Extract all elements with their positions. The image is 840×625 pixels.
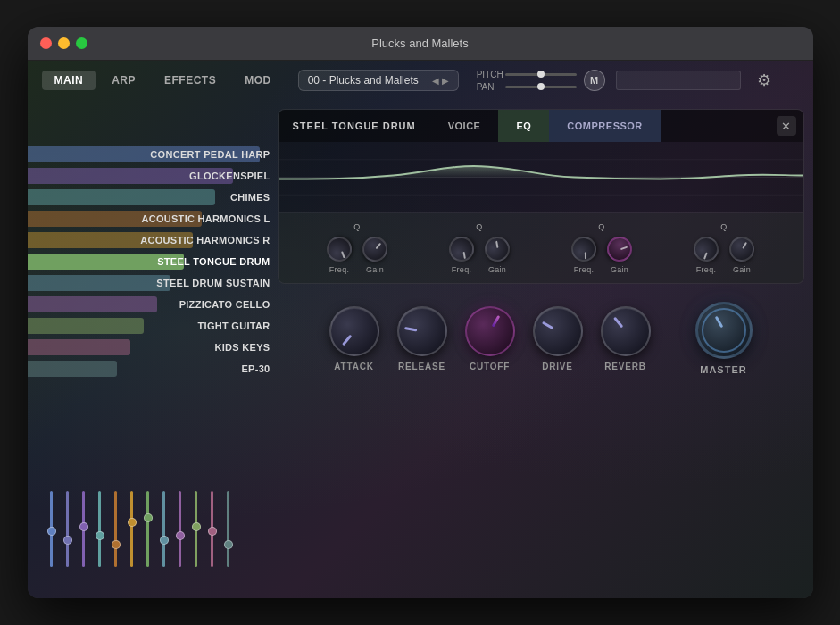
drive-label: DRIVE [542, 362, 573, 371]
instrument-item-chimes[interactable]: CHIMES [28, 188, 278, 207]
close-icon: ✕ [781, 120, 791, 133]
eq-band-4: Q Freq. Gain [694, 222, 754, 274]
tab-main[interactable]: MAIN [42, 71, 96, 90]
pan-slider[interactable] [505, 86, 577, 88]
gain-label: Gain [366, 265, 384, 274]
gain-knob[interactable] [602, 231, 636, 266]
instrument-item-pizzicato-cello[interactable]: PIZZICATO CELLO [28, 295, 278, 314]
master-knob-inner [702, 308, 746, 353]
reverb-knob[interactable] [601, 306, 651, 356]
tab-compressor[interactable]: COMPRESSOR [549, 110, 660, 142]
main-content: MAIN ARP EFFECTS MOD 00 - Plucks and Mal… [28, 61, 813, 598]
m-button[interactable]: M [584, 70, 605, 91]
instrument-name: ACOUSTIC HARMONICS L [141, 213, 270, 224]
gain-label: Gain [611, 265, 628, 274]
instrument-item-steel-tongue-drum[interactable]: STEEL TONGUE DRUM [28, 252, 278, 271]
instrument-list: CONCERT PEDAL HARPGLOCKENSPIELCHIMESACOU… [28, 100, 278, 598]
instrument-item-glockenspiel[interactable]: GLOCKENSPIEL [28, 166, 278, 186]
master-knob[interactable] [695, 302, 753, 359]
gain-col: Gain [607, 237, 632, 274]
attack-label: ATTACK [334, 362, 373, 371]
gain-knob[interactable] [728, 235, 756, 263]
instrument-item-ep-30[interactable]: EP-30 [28, 359, 278, 379]
eq-band-2: Q Freq. Gain [449, 222, 510, 274]
instrument-item-acoustic-harmonics-l[interactable]: ACOUSTIC HARMONICS L [28, 209, 278, 229]
knob-row: Freq. Gain [694, 237, 754, 274]
nav-bar: MAIN ARP EFFECTS MOD 00 - Plucks and Mal… [28, 61, 813, 100]
pitch-label: PITCH [477, 70, 500, 79]
instrument-item-acoustic-harmonics-r[interactable]: ACOUSTIC HARMONICS R [28, 230, 278, 250]
knob-row: Freq. Gain [449, 237, 510, 274]
window-title: Plucks and Mallets [371, 37, 468, 50]
freq-col: Freq. [571, 237, 596, 274]
preset-selector[interactable]: 00 - Plucks and Mallets ◀ ▶ [298, 70, 459, 91]
instrument-name: STEEL DRUM SUSTAIN [156, 278, 270, 288]
tab-mod[interactable]: MOD [232, 71, 284, 90]
freq-knob[interactable] [689, 232, 723, 266]
minimize-button[interactable] [58, 38, 70, 49]
body-area: CONCERT PEDAL HARPGLOCKENSPIELCHIMESACOU… [28, 100, 813, 598]
eq-close-button[interactable]: ✕ [777, 116, 796, 136]
instrument-name: TIGHT GUITAR [198, 321, 270, 331]
bottom-controls: ATTACKRELEASECUTOFFDRIVEREVERB MASTER [278, 293, 804, 384]
q-label: Q [598, 222, 605, 231]
eq-panel: STEEL TONGUE DRUM VOICE EQ COMPRESSOR ✕ [278, 109, 804, 284]
instrument-item-tight-guitar[interactable]: TIGHT GUITAR [28, 316, 278, 336]
tab-arp[interactable]: ARP [99, 71, 148, 90]
gain-col: Gain [362, 237, 387, 274]
window-controls [40, 38, 87, 49]
freq-label: Freq. [329, 265, 350, 274]
knob-row: Freq. Gain [327, 237, 387, 274]
pitch-pan-area: PITCH PAN [477, 70, 577, 92]
reverb-label: REVERB [604, 362, 645, 371]
pitch-row: PITCH [477, 70, 577, 79]
release-knob[interactable] [397, 306, 447, 356]
q-label: Q [720, 222, 728, 231]
gain-knob[interactable] [359, 233, 391, 265]
instrument-name: ACOUSTIC HARMONICS R [140, 235, 270, 246]
gain-label: Gain [733, 265, 751, 274]
eq-panel-title: STEEL TONGUE DRUM [279, 121, 430, 131]
release-label: RELEASE [398, 362, 445, 371]
right-panel: STEEL TONGUE DRUM VOICE EQ COMPRESSOR ✕ [278, 100, 813, 598]
freq-col: Freq. [327, 237, 352, 274]
maximize-button[interactable] [76, 38, 87, 49]
macro-group-drive: DRIVE [533, 306, 583, 371]
titlebar: Plucks and Mallets [28, 27, 813, 61]
freq-knob[interactable] [449, 237, 474, 262]
instrument-item-concert-pedal-harp[interactable]: CONCERT PEDAL HARP [28, 145, 278, 164]
tab-voice[interactable]: VOICE [430, 110, 499, 142]
gain-knob[interactable] [480, 232, 514, 266]
instrument-item-kids-keys[interactable]: KIDS KEYS [28, 338, 278, 357]
instrument-item-steel-drum-sustain[interactable]: STEEL DRUM SUSTAIN [28, 273, 278, 293]
macro-group-attack: ATTACK [329, 306, 379, 371]
tab-effects[interactable]: EFFECTS [152, 71, 229, 90]
eq-bands: Q Freq. Gain Q Freq. Gain [279, 213, 803, 283]
instrument-name: KIDS KEYS [215, 342, 270, 353]
freq-label: Freq. [574, 265, 595, 274]
q-label: Q [353, 222, 361, 231]
settings-button[interactable]: ⚙ [752, 68, 777, 93]
freq-knob[interactable] [570, 235, 598, 263]
tab-eq[interactable]: EQ [498, 110, 549, 142]
q-label: Q [476, 222, 483, 231]
master-label: MASTER [700, 364, 746, 375]
gain-col: Gain [485, 237, 510, 274]
name-display [616, 71, 741, 90]
gear-icon: ⚙ [757, 71, 771, 90]
instrument-name: EP-30 [241, 363, 270, 374]
pitch-slider[interactable] [505, 73, 577, 76]
freq-col: Freq. [694, 237, 719, 274]
drive-knob[interactable] [533, 306, 583, 356]
freq-label: Freq. [696, 265, 717, 274]
eq-curve-svg [279, 142, 803, 212]
eq-band-3: Q Freq. Gain [571, 222, 632, 274]
cutoff-knob[interactable] [465, 306, 515, 356]
freq-knob[interactable] [325, 235, 353, 263]
preset-name: 00 - Plucks and Mallets [308, 74, 419, 87]
close-button[interactable] [40, 38, 52, 49]
master-group: MASTER [695, 302, 753, 375]
pan-label: PAN [477, 82, 500, 92]
attack-knob[interactable] [329, 306, 379, 356]
gain-col: Gain [729, 237, 754, 274]
